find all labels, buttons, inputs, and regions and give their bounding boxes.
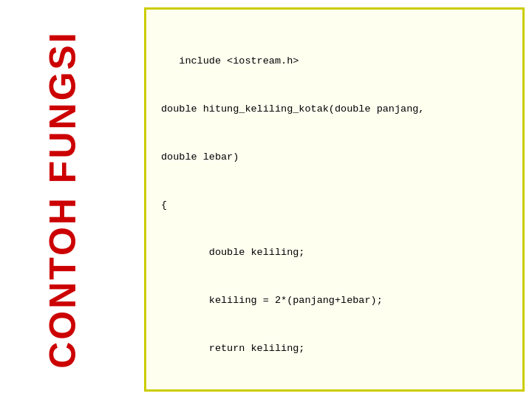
- code-panel: include <iostream.h> double hitung_kelil…: [144, 7, 525, 392]
- code-line-3: double lebar): [161, 149, 508, 166]
- code-content: include <iostream.h> double hitung_kelil…: [161, 21, 508, 392]
- code-line-8: }: [161, 389, 508, 392]
- side-label-wrapper: CONTOH FUNGSI: [0, 0, 126, 399]
- side-label: CONTOH FUNGSI: [41, 30, 84, 369]
- code-line-1: include <iostream.h>: [161, 53, 508, 69]
- code-line-6: keliling = 2*(panjang+lebar);: [161, 293, 508, 309]
- page-container: CONTOH FUNGSI include <iostream.h> doubl…: [0, 0, 532, 399]
- code-line-7: return keliling;: [161, 341, 508, 357]
- code-line-5: double keliling;: [161, 245, 508, 261]
- code-line-2: double hitung_keliling_kotak(double panj…: [161, 101, 508, 117]
- code-line-4: {: [161, 197, 508, 214]
